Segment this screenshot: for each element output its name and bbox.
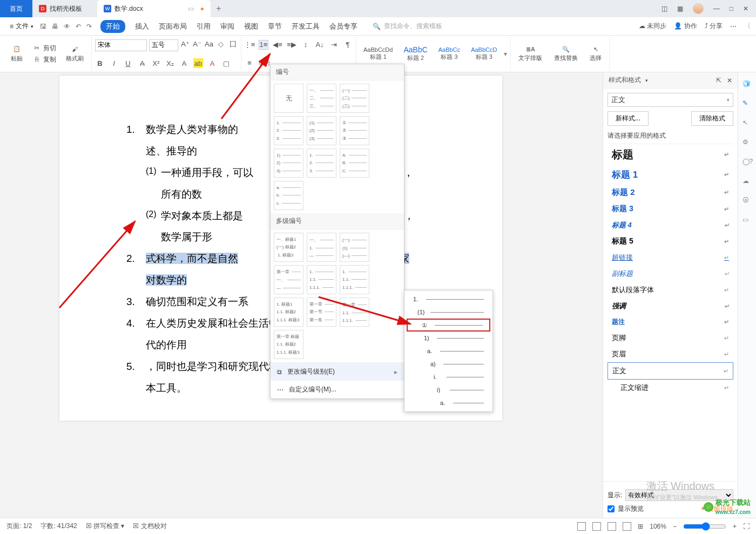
style-item-标题 1[interactable]: 标题 1↵	[608, 165, 733, 184]
line-spacing-button[interactable]: ↕	[301, 40, 310, 50]
style-item-正文缩进[interactable]: 正文缩进↵	[608, 380, 733, 396]
custom-numbering-item[interactable]: ⋯ 自定义编号(M)...	[271, 381, 404, 398]
view-print-icon[interactable]	[577, 522, 586, 531]
level-adot[interactable]: a.	[407, 344, 490, 357]
redo-icon[interactable]: ↷	[86, 23, 92, 30]
style-h3b[interactable]: AaBbCcD标题 3	[467, 45, 501, 63]
numbering-upper-alpha[interactable]: A.B.C.	[340, 148, 369, 178]
enclose-icon[interactable]: 囗	[228, 39, 238, 49]
tab-start[interactable]: 开始	[100, 20, 125, 33]
tab-member[interactable]: 会员专享	[329, 22, 357, 31]
rail-styles-icon[interactable]: ✎	[742, 99, 752, 109]
tab-insert[interactable]: 插入	[135, 22, 149, 31]
sort-button[interactable]: A↓	[315, 40, 325, 50]
style-item-标题 3[interactable]: 标题 3↵	[608, 201, 733, 217]
rail-help-icon[interactable]: ◯?	[742, 158, 752, 167]
style-item-默认段落字体[interactable]: 默认段落字体↵	[608, 282, 733, 298]
level-a2[interactable]: a.	[407, 396, 490, 409]
change-level-item[interactable]: ⧉ 更改编号级别(E) ▸	[271, 363, 404, 381]
fit-width-icon[interactable]: ⊞	[638, 523, 643, 530]
ml-10[interactable]: 第一章 标题1.1. 标题21.1.1. 标题3	[274, 330, 303, 359]
cut-button[interactable]: ✂剪切	[30, 43, 58, 54]
close-button[interactable]: ✕	[743, 5, 748, 12]
level-iparen[interactable]: i)	[407, 383, 490, 396]
ml-2[interactable]: 一、1.—	[307, 233, 336, 262]
text-layout-button[interactable]: ≣A文字排版	[514, 44, 546, 64]
page-indicator[interactable]: 页面: 1/2	[6, 522, 32, 531]
avatar[interactable]	[693, 3, 704, 14]
rail-more-icon[interactable]: ▭	[742, 216, 752, 226]
copy-button[interactable]: ⎘复制	[30, 54, 58, 65]
style-item-页脚[interactable]: 页脚↵	[608, 330, 733, 346]
ml-1[interactable]: 一、标题1(一) 标题2 1. 标题3	[274, 233, 303, 262]
style-item-正文[interactable]: 正文↵	[608, 362, 733, 380]
current-style-select[interactable]: 正文▾	[608, 93, 733, 107]
paste-button[interactable]: 📋 粘贴	[6, 43, 27, 65]
rail-location-icon[interactable]: ⦿	[742, 197, 752, 206]
zoom-slider[interactable]	[683, 522, 726, 531]
collapse-ribbon-icon[interactable]: 〈	[744, 22, 751, 31]
layout-1-icon[interactable]: ◫	[662, 5, 667, 12]
tab-view[interactable]: 视图	[244, 22, 258, 31]
level-idot[interactable]: i.	[407, 370, 490, 383]
subscript-button[interactable]: X₂	[165, 58, 175, 68]
ml-3[interactable]: (一)(1)(—)	[340, 233, 369, 262]
style-item-题注[interactable]: 题注↵	[608, 314, 733, 330]
tab-home[interactable]: 首页	[0, 0, 32, 17]
select-button[interactable]: ↖选择	[585, 44, 606, 64]
styles-more-icon[interactable]: ▾	[504, 50, 507, 58]
share-button[interactable]: ⤴ 分享	[705, 22, 723, 31]
increase-indent-button[interactable]: ≡▶	[287, 40, 296, 50]
chevron-down-icon[interactable]: ▾	[645, 78, 648, 83]
zoom-level[interactable]: 106%	[650, 523, 666, 530]
style-item-页眉[interactable]: 页眉↵	[608, 346, 733, 362]
preview-icon[interactable]: 👁	[64, 23, 70, 30]
tab-document[interactable]: W 数学.docx ▭ ●	[97, 0, 211, 17]
style-item-超链接[interactable]: 超链接↵	[608, 249, 733, 266]
command-search[interactable]: 🔍 查找命令、搜索模板	[373, 22, 442, 31]
numbering-lower-alpha[interactable]: a.b.c.	[274, 181, 303, 210]
word-count[interactable]: 字数: 41/342	[40, 522, 77, 531]
view-outline-icon[interactable]	[623, 522, 631, 531]
preview-checkbox[interactable]	[608, 505, 615, 512]
bold-button[interactable]: B	[95, 58, 105, 68]
numbering-cnparen[interactable]: (一)(二)(三)	[340, 84, 369, 113]
ml-7[interactable]: 1. 标题11.1. 标题21.1.1. 标题3	[274, 298, 303, 327]
rail-toolbox-icon[interactable]: 🧊	[742, 80, 752, 90]
tab-menu-icon[interactable]: ▭	[188, 5, 194, 12]
numbering-arabic-dot2[interactable]: 1.2.3.	[307, 148, 336, 178]
tab-dot-icon[interactable]: ●	[200, 5, 204, 12]
font-family-select[interactable]	[95, 39, 147, 51]
fullscreen-icon[interactable]: ⛶	[743, 523, 750, 530]
view-read-icon[interactable]	[592, 522, 601, 531]
ml-6[interactable]: 1.1.1.1.1.1.	[340, 265, 369, 294]
ml-4[interactable]: 第一章一、—	[274, 265, 303, 294]
underline-button[interactable]: U	[123, 58, 133, 68]
style-item-标题 2[interactable]: 标题 2↵	[608, 184, 733, 201]
level-paren[interactable]: (1)	[407, 306, 490, 319]
numbering-paren[interactable]: (1)(2)(3)	[307, 116, 336, 145]
apps-icon[interactable]: ▦	[677, 5, 683, 12]
more-icon[interactable]: ⋯	[730, 23, 737, 30]
zoom-in-button[interactable]: +	[733, 523, 737, 530]
sync-status[interactable]: ☁ 未同步	[639, 22, 666, 31]
file-menu[interactable]: ≡ 文件 ▾	[5, 21, 38, 32]
level-halfparen[interactable]: 1)	[407, 332, 490, 344]
close-panel-icon[interactable]: ✕	[727, 77, 732, 84]
style-normal[interactable]: AaBbCcDd标题 1	[360, 45, 396, 63]
change-case-icon[interactable]: Aa	[204, 39, 214, 49]
highlight-button[interactable]: ab	[193, 58, 203, 68]
maximize-button[interactable]: □	[730, 5, 733, 12]
rail-cloud-icon[interactable]: ☁	[742, 177, 752, 187]
tab-review[interactable]: 审阅	[220, 22, 234, 31]
grow-font-icon[interactable]: A⁺	[180, 39, 190, 49]
style-item-强调[interactable]: 强调↵	[608, 298, 733, 314]
numbering-circled[interactable]: ①②③	[340, 116, 369, 145]
show-marks-button[interactable]: ¶	[343, 40, 353, 50]
tab-templates[interactable]: D 找稻壳模板	[32, 0, 97, 17]
add-tab-button[interactable]: +	[211, 4, 227, 13]
ml-5[interactable]: 1.1.1.1.1.1.	[307, 265, 336, 294]
style-h2[interactable]: AaBbC标题 2	[400, 44, 431, 64]
level-aparen[interactable]: a)	[407, 357, 490, 370]
clear-format-icon[interactable]: ◇	[216, 39, 226, 49]
